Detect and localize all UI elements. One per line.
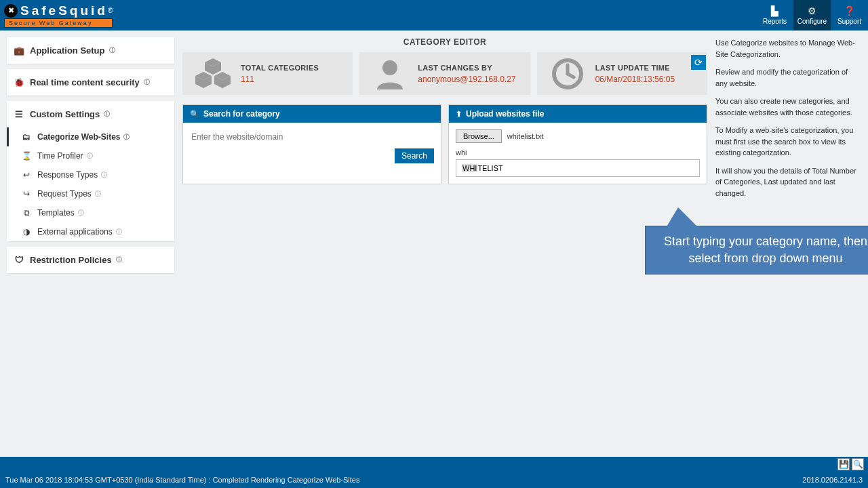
help-icon: ❓ (844, 5, 855, 16)
stat-last-changes: LAST CHANGES BY anonymous@192.168.0.27 (359, 52, 530, 95)
sidebar: 💼 Application Setup ⓘ 🐞 Real time conten… (0, 30, 174, 457)
sidebar-item-categorize[interactable]: 🗂 Categorize Web-Sites ⓘ (7, 127, 174, 146)
sidebar-label: Restriction Policies (30, 255, 112, 265)
help-p2: Review and modify the categorization of … (715, 66, 860, 89)
info-icon: ⓘ (95, 190, 101, 199)
nav-configure-label: Configure (797, 18, 827, 25)
shield-icon: 🛡 (14, 255, 24, 265)
stat-value: 06/Mar/2018:13:56:05 (595, 75, 675, 84)
version-text: 2018.0206.2141.3 (802, 476, 863, 484)
bug-icon: 🐞 (14, 77, 24, 87)
sidebar-group-restriction[interactable]: 🛡 Restriction Policies ⓘ (7, 247, 174, 273)
reply-icon: ↩ (21, 170, 32, 180)
sidebar-label: Real time content security (30, 77, 140, 87)
sidebar-item-label: External applications (37, 227, 113, 237)
zoom-icon-button[interactable]: 🔍 (852, 458, 864, 470)
search-button[interactable]: Search (395, 148, 434, 163)
dropdown-highlight: WHI (462, 164, 477, 172)
sidebar-item-label: Response Types (37, 170, 98, 180)
sliders-icon: ☰ (14, 109, 24, 119)
category-dropdown-item[interactable]: WHITELIST (456, 159, 700, 177)
sidebar-group-custom[interactable]: ☰ Custom Settings ⓘ (7, 101, 174, 127)
logo-icon: ✖ (4, 4, 18, 18)
stat-label: LAST CHANGES BY (418, 64, 515, 72)
brand-logo: ✖ SafeSquid ® Secure Web Gateway (4, 3, 113, 28)
brand-reg: ® (108, 7, 113, 14)
sidebar-label: Application Setup (30, 45, 105, 56)
nav-support[interactable]: ❓ Support (831, 0, 868, 30)
help-p4: To Modify a web-site's categorization, y… (715, 125, 860, 159)
search-icon: 🔍 (190, 110, 199, 119)
search-input[interactable] (190, 129, 434, 144)
dropdown-rest: TELIST (477, 164, 502, 172)
info-icon: ⓘ (87, 152, 93, 161)
info-icon: ⓘ (123, 133, 130, 142)
gears-icon: ⚙ (808, 5, 816, 16)
stat-total-categories: TOTAL CATEGORIES 111 (182, 52, 353, 95)
info-icon: ⓘ (104, 110, 110, 119)
briefcase-icon: 💼 (14, 45, 24, 56)
cubes-icon (189, 55, 237, 92)
upload-icon: ⬆ (456, 110, 462, 119)
info-icon: ⓘ (101, 171, 107, 180)
refresh-button[interactable]: ⟳ (691, 55, 706, 70)
search-panel-title: Search for category (203, 109, 280, 119)
help-p3: You can also create new categories, and … (715, 96, 860, 118)
info-icon: ⓘ (109, 46, 115, 55)
browse-button[interactable]: Browse... (456, 129, 502, 143)
top-header: ✖ SafeSquid ® Secure Web Gateway ▙ Repor… (0, 0, 868, 30)
sidebar-group-application-setup[interactable]: 💼 Application Setup ⓘ (7, 37, 174, 64)
sidebar-item-label: Time Profiler (37, 151, 83, 161)
contrast-icon: ◑ (21, 227, 32, 237)
sidebar-item-external-apps[interactable]: ◑ External applications ⓘ (7, 222, 174, 241)
sidebar-group-realtime[interactable]: 🐞 Real time content security ⓘ (7, 69, 174, 96)
info-icon: ⓘ (144, 78, 150, 87)
nav-reports[interactable]: ▙ Reports (756, 0, 793, 30)
sidebar-item-response-types[interactable]: ↩ Response Types ⓘ (7, 165, 174, 184)
stat-value: anonymous@192.168.0.27 (418, 75, 515, 84)
nav-reports-label: Reports (763, 18, 787, 25)
info-icon: ⓘ (78, 209, 84, 218)
stat-value: 111 (241, 75, 319, 84)
info-icon: ⓘ (116, 256, 122, 264)
page-title: CATEGORY EDITOR (182, 30, 707, 52)
forward-icon: ↪ (21, 189, 32, 199)
upload-panel-title: Upload websites file (466, 109, 544, 119)
svg-line-12 (568, 74, 574, 77)
search-panel: 🔍 Search for category Search (182, 104, 441, 184)
sidebar-item-request-types[interactable]: ↪ Request Types ⓘ (7, 184, 174, 203)
main-area: CATEGORY EDITOR ⟳ TOTAL CATEGORIES 111 L… (174, 30, 715, 457)
category-input[interactable]: whi (456, 148, 700, 157)
svg-point-9 (382, 60, 397, 75)
clock-icon (544, 55, 591, 92)
brand-name: SafeSquid (20, 3, 108, 18)
hourglass-icon: ⌛ (21, 151, 32, 161)
sidebar-item-time-profiler[interactable]: ⌛ Time Profiler ⓘ (7, 146, 174, 165)
footer: 💾 🔍 Tue Mar 06 2018 18:04:53 GMT+0530 (I… (0, 457, 868, 488)
refresh-icon: ⟳ (694, 57, 703, 68)
help-p5: It will show you the details of Total Nu… (715, 165, 860, 199)
selected-filename: whitelist.txt (507, 132, 544, 140)
stat-label: LAST UPDATE TIME (595, 64, 675, 72)
save-icon-button[interactable]: 💾 (837, 458, 850, 470)
nav-support-label: Support (837, 18, 861, 25)
nav-configure[interactable]: ⚙ Configure (793, 0, 831, 30)
status-text: Tue Mar 06 2018 18:04:53 GMT+0530 (India… (5, 476, 359, 484)
chart-icon: ▙ (771, 5, 778, 16)
user-icon (366, 55, 414, 92)
upload-panel: ⬆ Upload websites file Browse... whiteli… (448, 104, 707, 184)
folder-icon: 🗂 (21, 132, 32, 142)
sidebar-item-label: Request Types (37, 189, 92, 199)
top-nav: ▙ Reports ⚙ Configure ❓ Support (756, 0, 868, 30)
sidebar-item-templates[interactable]: ⧉ Templates ⓘ (7, 203, 174, 222)
help-p1: Use Categorize websites to Manage Web-Si… (715, 37, 860, 60)
brand-tagline: Secure Web Gateway (4, 18, 113, 28)
hint-callout: Start typing your category name, then se… (645, 226, 868, 274)
sidebar-item-label: Categorize Web-Sites (37, 132, 120, 142)
sidebar-label: Custom Settings (30, 109, 100, 119)
stat-label: TOTAL CATEGORIES (241, 64, 319, 72)
info-icon: ⓘ (116, 228, 122, 237)
sidebar-item-label: Templates (37, 208, 75, 218)
stat-last-update: LAST UPDATE TIME 06/Mar/2018:13:56:05 (537, 52, 707, 95)
templates-icon: ⧉ (21, 208, 32, 218)
